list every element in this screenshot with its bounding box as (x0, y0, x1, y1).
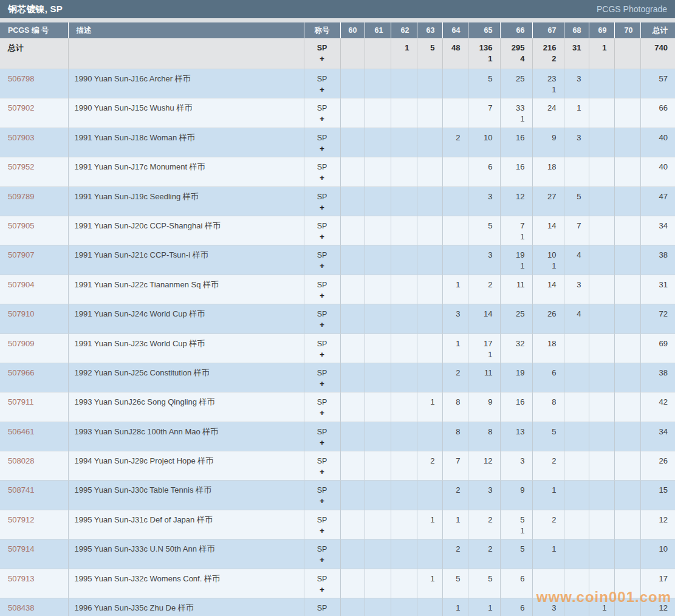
plus-designation-label: + (304, 408, 340, 419)
pcgs-number-link[interactable]: 507966 (8, 368, 34, 377)
grade-70-cell (614, 38, 640, 69)
grade-66-cell: 32 (500, 334, 532, 363)
coin-description-cell: 1993 Yuan SunJ28c 100th Ann Mao 样币 (68, 422, 304, 451)
coin-description-cell: 1990 Yuan Sun-J16c Archer 样币 (68, 69, 304, 98)
row-total-cell: 42 (640, 392, 675, 422)
designation-cell: SP+ (304, 451, 340, 481)
grade-plus-count: 1 (533, 261, 557, 272)
row-total-cell: 31 (640, 275, 675, 304)
grade-count: 3 (443, 309, 461, 320)
grade-count: 19 (501, 368, 525, 378)
grade-count (589, 338, 607, 349)
pcgs-number-link[interactable]: 507902 (8, 103, 34, 112)
pcgs-number-link[interactable]: 507910 (8, 309, 34, 318)
grade-count: 9 (468, 397, 493, 408)
coin-description: 1990 Yuan Sun-J16c Archer 样币 (75, 74, 304, 84)
grade-plus-count (468, 614, 493, 616)
row-total: 12 (641, 603, 668, 614)
pcgs-number-link[interactable]: 507911 (8, 397, 33, 406)
pcgs-number-link[interactable]: 509789 (8, 192, 34, 201)
grade-count: 295 (501, 43, 525, 53)
pcgs-number-link[interactable]: 507913 (8, 574, 34, 583)
grade-plus-count (341, 467, 357, 477)
grade-count (391, 279, 409, 290)
grade-count (589, 515, 607, 525)
coin-description-cell: 1995 Yuan Sun-J33c U.N 50th Ann 样币 (68, 539, 304, 569)
designation-label: SP (304, 221, 340, 231)
grade-count (589, 103, 607, 114)
pcgs-number-link[interactable]: 507904 (8, 280, 34, 289)
grade-count (365, 162, 383, 173)
grade-count (391, 338, 409, 349)
grade-count: 33 (501, 103, 525, 114)
grade-plus-count (365, 261, 383, 272)
grade-count (341, 338, 357, 349)
grade-plus-count (533, 467, 557, 477)
grade-60-cell (340, 510, 365, 539)
grade-plus-count (468, 143, 493, 154)
row-total: 57 (641, 74, 668, 84)
grade-60-cell (340, 363, 365, 392)
plus-designation-label: + (304, 437, 340, 448)
pcgs-number-link[interactable]: 506798 (8, 74, 34, 83)
plus-designation-label: + (304, 378, 340, 389)
grade-count: 1 (589, 43, 607, 53)
grade-62-cell (391, 334, 417, 363)
designation-label: SP (304, 250, 340, 261)
grade-61-cell (365, 422, 391, 451)
grade-plus-count (443, 202, 461, 213)
row-total: 40 (641, 132, 668, 143)
grade-count (615, 426, 633, 437)
grade-plus-count (468, 261, 493, 272)
plus-designation-label: + (304, 143, 340, 154)
grade-count: 1 (443, 603, 461, 614)
grade-67-cell: 1 (532, 539, 564, 569)
grade-plus-count (589, 290, 607, 301)
pcgs-number-link[interactable]: 507907 (8, 250, 34, 259)
grade-68-cell: 3 (564, 128, 589, 157)
designation-cell: SP+ (304, 539, 340, 569)
grade-count (365, 426, 383, 437)
grade-count (365, 544, 383, 555)
grade-count (391, 515, 409, 525)
grade-plus-count (391, 408, 409, 419)
table-row: 5079121995 Yuan Sun-J31c Def of Japan 样币… (0, 510, 675, 539)
grade-63-cell (417, 304, 442, 334)
pcgs-number-link[interactable]: 507912 (8, 515, 34, 524)
pcgs-number-cell: 507902 (0, 98, 68, 128)
pcgs-number-link[interactable]: 506461 (8, 427, 34, 436)
pcgs-number-link[interactable]: 507914 (8, 544, 34, 553)
grade-plus-count (468, 467, 493, 477)
grade-plus-count (564, 261, 581, 272)
grade-count (615, 368, 633, 378)
pcgs-number-link[interactable]: 507952 (8, 162, 34, 171)
coin-description: 1995 Yuan Sun-J32c Womens Conf. 样币 (75, 573, 304, 584)
pcgs-number-link[interactable]: 507905 (8, 221, 34, 230)
row-total: 72 (641, 309, 668, 320)
grade-count: 2 (533, 515, 557, 525)
grade-count (391, 309, 409, 320)
coin-description: 1996 Yuan Sun-J35c Zhu De 样币 (75, 603, 304, 614)
coin-description-cell: 1991 Yuan Sun-J18c Woman 样币 (68, 128, 304, 157)
pcgs-number-link[interactable]: 508741 (8, 485, 34, 495)
plus-designation-label: + (304, 467, 340, 477)
grade-62-cell (391, 481, 417, 510)
grade-count (443, 103, 461, 114)
photograde-link[interactable]: PCGS Photograde (597, 4, 667, 14)
grade-69-cell (589, 187, 614, 216)
grade-count (341, 309, 357, 320)
grade-67-cell: 231 (532, 69, 564, 98)
pcgs-number-cell: 507904 (0, 275, 68, 304)
table-row: 5079521991 Yuan Sun-J17c Monument 样币SP+6… (0, 157, 675, 187)
coin-description-cell (68, 38, 304, 69)
page-title: 钢芯镀镍, SP (8, 4, 63, 15)
grade-66-cell: 3 (500, 451, 532, 481)
pcgs-number-link[interactable]: 507909 (8, 339, 34, 348)
grade-plus-count (615, 114, 633, 125)
pcgs-number-link[interactable]: 507903 (8, 133, 34, 142)
pcgs-number-link[interactable]: 508438 (8, 603, 34, 612)
grade-count: 1 (443, 338, 461, 349)
pcgs-number-link[interactable]: 508028 (8, 456, 34, 465)
grade-count (417, 250, 435, 261)
designation-label: SP (304, 368, 340, 378)
